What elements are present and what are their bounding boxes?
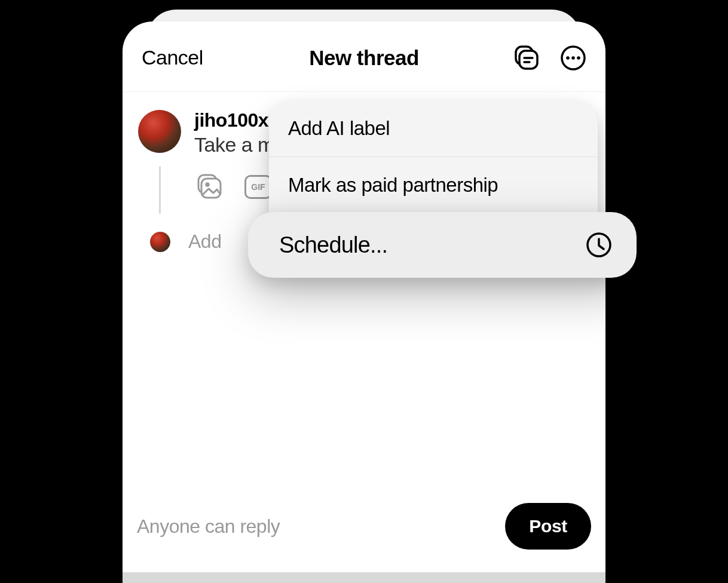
page-title: New thread [309,46,419,70]
drafts-icon [513,45,540,71]
header-actions [512,44,588,72]
svg-rect-1 [519,51,537,69]
menu-item-paid-partnership[interactable]: Mark as paid partnership [269,157,598,213]
gif-icon: GIF [244,175,272,199]
svg-point-6 [571,56,575,60]
svg-point-7 [577,56,580,60]
attach-image-button[interactable] [195,173,223,201]
cancel-button[interactable]: Cancel [142,46,203,69]
more-options-button[interactable] [559,44,588,72]
more-options-icon [560,45,586,71]
image-icon [195,173,223,201]
post-button[interactable]: Post [505,503,591,550]
reply-setting-button[interactable]: Anyone can reply [137,516,280,538]
add-to-thread-label: Add [188,231,221,253]
svg-point-10 [206,183,209,186]
composer-footer: Anyone can reply Post [123,503,605,572]
svg-rect-9 [201,179,221,198]
avatar-small [150,232,170,252]
composer-header: Cancel New thread [123,22,605,92]
clock-icon [585,231,613,259]
drafts-button[interactable] [512,44,541,72]
svg-point-5 [566,56,570,60]
options-menu: Add AI label Mark as paid partnership Sc… [269,100,637,278]
phone-frame: Cancel New thread [123,0,605,583]
thread-connector-line [159,166,161,214]
options-menu-top: Add AI label Mark as paid partnership [269,100,598,213]
attach-gif-button[interactable]: GIF [244,173,272,201]
schedule-label: Schedule... [279,232,387,258]
menu-item-add-ai-label[interactable]: Add AI label [269,100,598,157]
avatar[interactable] [138,110,181,153]
bottom-strip [123,572,605,583]
menu-item-schedule[interactable]: Schedule... [248,212,637,278]
